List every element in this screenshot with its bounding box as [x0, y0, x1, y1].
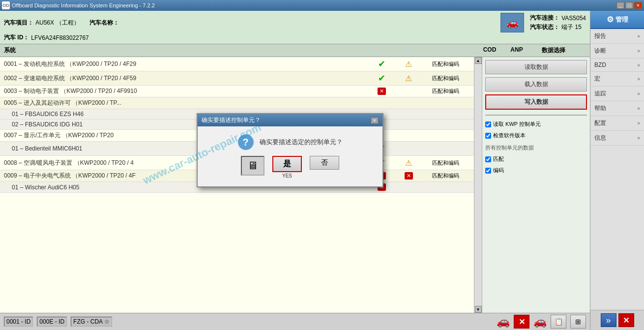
nav-forward-button[interactable]: »	[601, 313, 616, 327]
row-anp-icon: ⚠	[396, 74, 421, 83]
car-id-label: 汽车 ID：	[4, 33, 29, 42]
sidebar-help-label: 帮助	[594, 104, 606, 113]
computer-icon-button[interactable]: 🖥	[241, 156, 264, 176]
dialog: 确实要描述控制单元？ ✕ ? 确实要描述选定的控制单元？ 🖥	[197, 113, 383, 187]
grid-button[interactable]: ⊞	[570, 315, 586, 329]
separator	[485, 115, 587, 116]
section-label: 所有控制单元的数据	[485, 144, 587, 151]
sidebar-diagnose-label: 诊断	[594, 47, 606, 55]
sidebar-item-diagnose[interactable]: 诊断 »	[590, 44, 644, 59]
table-row[interactable]: 0005 – 进入及其起动许可 （KWP2000 / TP...	[0, 97, 474, 109]
status-item-3: FZG - CDA ☆	[71, 317, 112, 327]
title-bar: OD Offboard Diagnostic Information Syste…	[0, 0, 644, 11]
chevron-right-icon: »	[637, 48, 640, 54]
version-label: 检查软件版本	[493, 132, 526, 139]
app-icon-text: OD	[2, 3, 9, 8]
kwp-checkbox-row: 读取 KWP 控制单元	[485, 120, 587, 128]
error-button[interactable]: ✕	[514, 315, 529, 329]
car-project-label: 汽车项目：	[4, 19, 33, 27]
chevron-right-icon: »	[637, 106, 640, 111]
sidebar-macro-label: 宏	[594, 75, 600, 83]
computer-button-group: 🖥	[241, 156, 264, 179]
load-data-button[interactable]: 载入数据	[485, 77, 587, 91]
row-cod-icon: ✔	[367, 73, 396, 84]
version-checkbox-row: 检查软件版本	[485, 132, 587, 139]
yes-button-label: YES	[282, 173, 292, 179]
nav-close-button[interactable]: ✕	[618, 313, 634, 327]
sidebar-info-label: 信息	[594, 134, 606, 142]
dialog-buttons: 🖥 是 YES 否	[241, 156, 339, 179]
car-connect-value: VAS5054	[561, 15, 586, 22]
status-item-2: 000E - ID	[37, 317, 67, 327]
sidebar-item-trace[interactable]: 追踪 »	[590, 87, 644, 101]
encode-checkbox-row: 编码	[485, 167, 587, 174]
version-checkbox[interactable]	[485, 133, 491, 139]
sidebar-trace-label: 追踪	[594, 90, 606, 98]
dialog-content: ? 确实要描述选定的控制单元？ 🖥 是 YES 否	[198, 126, 382, 186]
header-area: 汽车项目： AU56X （工程） 汽车名称： 🚗 汽车连接： VAS5054	[0, 11, 590, 44]
close-button[interactable]: ✕	[634, 2, 642, 9]
encode-checkbox[interactable]	[485, 168, 491, 174]
manage-button[interactable]: ⚙ 管理	[590, 11, 644, 29]
row-system-text: 0002 – 变速箱电控系统 （KWP2000 / TP20 / 4F59	[4, 74, 367, 83]
status-bar: 0001 - ID 000E - ID FZG - CDA ☆ 🚗 ✕ 🚗 📋 …	[0, 313, 590, 330]
col-data-header: 数据选择	[529, 46, 578, 55]
table-row[interactable]: 0001 – 发动机电控系统 （KWP2000 / TP20 / 4F29 ✔ …	[0, 57, 474, 71]
sidebar-item-report[interactable]: 报告 »	[590, 29, 644, 44]
car-project-value: AU56X	[35, 19, 54, 26]
app-icon: OD	[2, 1, 10, 9]
scroll-up-button[interactable]: ▲	[475, 57, 482, 64]
row-system-text: 0001 – 发动机电控系统 （KWP2000 / TP20 / 4F29	[4, 60, 367, 68]
sidebar-bzd-label: BZD	[594, 61, 606, 68]
sidebar-item-help[interactable]: 帮助 »	[590, 101, 644, 116]
row-data-text: 匹配和编码	[421, 60, 470, 68]
row-data-text: 匹配和编码	[421, 75, 470, 82]
bottom-car-icon: 🚗	[497, 315, 510, 328]
car-connect-label: 汽车连接：	[530, 14, 559, 22]
car-status-label: 汽车状态：	[530, 23, 559, 31]
col-system-header: 系统	[4, 46, 475, 55]
car-icon-button[interactable]: 🚗	[500, 13, 524, 32]
yes-button[interactable]: 是	[272, 156, 302, 172]
no-button-group: 否	[310, 156, 339, 179]
table-row[interactable]: 0002 – 变速箱电控系统 （KWP2000 / TP20 / 4F59 ✔ …	[0, 71, 474, 86]
car-name-label: 汽车名称：	[89, 19, 119, 27]
forward-button[interactable]: 📋	[551, 315, 566, 329]
chevron-right-icon: »	[637, 62, 640, 68]
kwp-checkbox[interactable]	[485, 121, 491, 127]
encode-label: 编码	[493, 167, 504, 174]
table-row[interactable]: 0003 – 制动电子装置 （KWP2000 / TP20 / 4F9910 ✕…	[0, 86, 474, 97]
read-data-button[interactable]: 读取数据	[485, 60, 587, 74]
sidebar-right: ⚙ 管理 报告 » 诊断 » BZD » 宏 » 追踪 »	[590, 11, 644, 330]
chevron-right-icon: »	[637, 76, 640, 82]
kwp-label: 读取 KWP 控制单元	[493, 120, 541, 128]
car-project-type: （工程）	[56, 19, 80, 27]
sidebar-item-bzd[interactable]: BZD »	[590, 59, 644, 72]
minimize-button[interactable]: _	[616, 2, 624, 9]
chevron-right-icon: »	[637, 33, 640, 39]
dialog-title-bar: 确实要描述控制单元？ ✕	[198, 114, 382, 126]
row-anp-icon: ✕	[396, 172, 421, 180]
computer-icon: 🖥	[247, 159, 258, 172]
row-anp-icon: ⚠	[396, 60, 421, 69]
row-data-text: 匹配和编码	[421, 159, 470, 167]
dialog-icon-row: ? 确实要描述选定的控制单元？	[238, 134, 343, 150]
sidebar-report-label: 报告	[594, 32, 606, 40]
maximize-button[interactable]: □	[625, 2, 633, 9]
manage-label: 管理	[615, 15, 628, 24]
sidebar-item-info[interactable]: 信息 »	[590, 131, 644, 146]
match-checkbox[interactable]	[485, 156, 491, 162]
no-button[interactable]: 否	[310, 156, 339, 170]
question-mark: ?	[242, 137, 248, 148]
scrollbar[interactable]: ▲ ▼	[474, 57, 482, 313]
row-system-text: 0005 – 进入及其起动许可 （KWP2000 / TP...	[4, 99, 367, 107]
chevron-right-icon: »	[637, 120, 640, 126]
sidebar-item-config[interactable]: 配置 »	[590, 116, 644, 131]
scroll-down-button[interactable]: ▼	[475, 306, 482, 313]
title-text: Offboard Diagnostic Information System E…	[12, 2, 616, 8]
dialog-close-button[interactable]: ✕	[371, 117, 379, 124]
col-anp-header: ANP	[504, 46, 529, 55]
sidebar-item-macro[interactable]: 宏 »	[590, 72, 644, 87]
write-data-button[interactable]: 写入数据	[485, 94, 587, 110]
row-cod-icon: ✔	[367, 59, 396, 69]
